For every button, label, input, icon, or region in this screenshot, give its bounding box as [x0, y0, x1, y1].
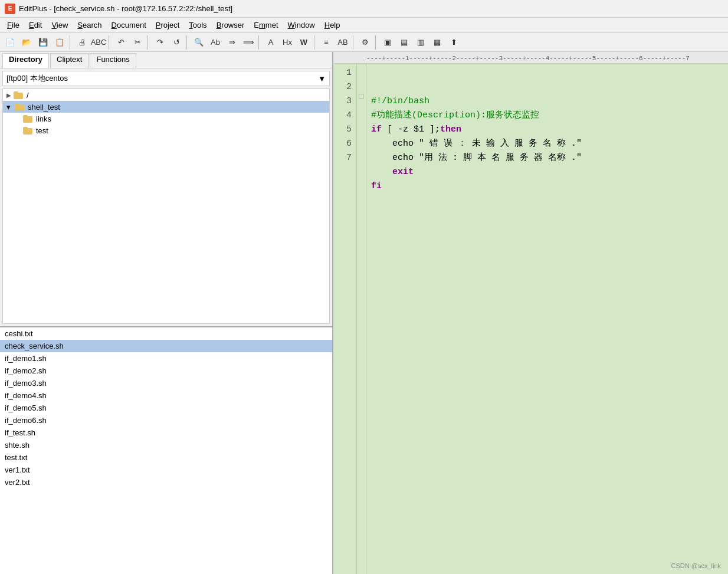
folder-icon — [15, 102, 25, 111]
file-list-panel[interactable]: ceshi.txtcheck_service.shif_demo1.shif_d… — [0, 326, 332, 574]
format-button[interactable]: AB — [335, 35, 350, 50]
open-button[interactable]: 📂 — [19, 35, 34, 50]
tree-item-label: shell_test — [28, 103, 60, 111]
sep6 — [314, 35, 316, 50]
file-list-item[interactable]: if_demo1.sh — [0, 352, 332, 365]
code-line: echo "用 法 : 脚 本 名 服 务 器 名称 ." — [371, 151, 723, 165]
window2-button[interactable]: ▤ — [396, 35, 412, 50]
fold-marker — [357, 127, 366, 140]
file-list-item[interactable]: if_demo6.sh — [0, 414, 332, 427]
settings-button[interactable]: ⚙ — [358, 35, 373, 50]
tree-item-test[interactable]: test — [3, 124, 329, 136]
line-number: 5 — [336, 123, 352, 137]
menu-search[interactable]: Search — [73, 19, 106, 31]
font-button[interactable]: A — [263, 35, 278, 50]
tree-item-shell-test[interactable]: ▾ shell_test — [3, 101, 329, 113]
tab-directory[interactable]: Directory — [2, 53, 49, 68]
window4-button[interactable]: ▦ — [429, 35, 445, 50]
file-list-item[interactable]: if_demo4.sh — [0, 389, 332, 402]
directory-dropdown[interactable]: [ftp00] 本地centos ▼ — [2, 71, 330, 86]
redo-button[interactable]: ↶ — [113, 35, 129, 50]
window3-button[interactable]: ▥ — [413, 35, 428, 50]
file-tree[interactable]: ▶ / ▾ shell_test links test — [2, 88, 330, 324]
tree-item-root[interactable]: ▶ / — [3, 89, 329, 101]
app-icon: E — [5, 4, 15, 14]
ruler-content: ----+-----1-----+-----2-----+-----3-----… — [366, 55, 690, 62]
fold-marker — [357, 103, 366, 115]
tab-cliptext[interactable]: Cliptext — [50, 53, 88, 68]
undo-button[interactable]: ↷ — [152, 35, 168, 50]
menu-tools[interactable]: Tools — [184, 19, 211, 31]
replace-button[interactable]: Ab — [208, 35, 223, 50]
menu-help[interactable]: Help — [320, 19, 345, 31]
tab-functions[interactable]: Functions — [90, 53, 136, 68]
redo2-button[interactable]: ↺ — [169, 35, 184, 50]
code-line: #!/bin/bash — [371, 94, 723, 109]
code-line: if [ -z $1 ];then — [371, 123, 723, 137]
fold-marker[interactable]: □ — [357, 91, 366, 103]
directory-label: [ftp00] 本地centos — [6, 73, 68, 84]
find-next-button[interactable]: ⇒ — [224, 35, 240, 50]
menu-project[interactable]: Project — [151, 19, 184, 31]
file-list-item[interactable]: if_demo5.sh — [0, 402, 332, 414]
file-list-item[interactable]: if_demo3.sh — [0, 377, 332, 389]
code-line: echo " 错 误 ： 未 输 入 服 务 名 称 ." — [371, 137, 723, 151]
editor-panel: ----+-----1-----+-----2-----+-----3-----… — [333, 52, 728, 574]
cut-button[interactable]: ✂ — [130, 35, 145, 50]
file-list-item[interactable]: check_service.sh — [0, 340, 332, 352]
spell-button[interactable]: ABC — [91, 35, 106, 50]
fold-column: □ — [357, 64, 366, 574]
code-line: exit — [371, 165, 723, 179]
file-list-item[interactable]: ceshi.txt — [0, 327, 332, 340]
code-area[interactable]: 1234567 □ #!/bin/bash#功能描述(Description):… — [333, 64, 728, 574]
code-line: fi — [371, 179, 723, 193]
font2-button[interactable]: Hx — [280, 35, 295, 50]
print-button[interactable]: 🖨 — [74, 35, 90, 50]
file-list-item[interactable]: shte.sh — [0, 439, 332, 451]
file-list-item[interactable]: if_demo2.sh — [0, 365, 332, 377]
menu-browser[interactable]: Browser — [212, 19, 250, 31]
menu-window[interactable]: Window — [283, 19, 320, 31]
watermark: CSDN @scx_link — [671, 562, 721, 569]
bold-button[interactable]: W — [296, 35, 311, 50]
find-button[interactable]: 🔍 — [191, 35, 206, 50]
sep1 — [70, 35, 72, 50]
toolbar: 📄 📂 💾 📋 🖨 ABC ↶ ✂ ↷ ↺ 🔍 Ab ⇒ ⟹ A Hx W ≡ … — [0, 33, 728, 52]
save-button[interactable]: 💾 — [35, 35, 51, 50]
align-button[interactable]: ≡ — [319, 35, 334, 50]
sep2 — [109, 35, 111, 50]
menu-view[interactable]: View — [47, 19, 73, 31]
fold-marker — [357, 78, 366, 91]
sep5 — [258, 35, 261, 50]
menu-file[interactable]: File — [2, 19, 24, 31]
folder-icon — [23, 114, 34, 123]
sep8 — [375, 35, 378, 50]
save-all-button[interactable]: 📋 — [52, 35, 67, 50]
replace-all-button[interactable]: ⟹ — [241, 35, 256, 50]
file-list-item[interactable]: if_test.sh — [0, 427, 332, 439]
file-list-item[interactable]: test.txt — [0, 451, 332, 464]
menu-bar: File Edit View Search Document Project T… — [0, 18, 728, 33]
ruler: ----+-----1-----+-----2-----+-----3-----… — [333, 52, 728, 64]
tree-item-links[interactable]: links — [3, 113, 329, 124]
main-layout: Directory Cliptext Functions [ftp00] 本地c… — [0, 52, 728, 574]
folder-icon — [23, 126, 34, 135]
cursor-button[interactable]: ⬆ — [446, 35, 461, 50]
folder-icon — [14, 90, 24, 100]
menu-emmet[interactable]: Emmet — [249, 19, 283, 31]
line-number: 7 — [336, 151, 352, 165]
new-button[interactable]: 📄 — [2, 35, 18, 50]
sep4 — [186, 35, 189, 50]
menu-edit[interactable]: Edit — [24, 19, 47, 31]
code-lines[interactable]: #!/bin/bash#功能描述(Description):服务状态监控if [… — [366, 64, 728, 574]
line-number: 1 — [336, 66, 352, 80]
file-list-item[interactable]: ver2.txt — [0, 476, 332, 488]
window1-button[interactable]: ▣ — [380, 35, 395, 50]
menu-document[interactable]: Document — [107, 19, 151, 31]
fold-marker — [357, 140, 366, 152]
chevron-down-icon: ▾ — [6, 103, 15, 111]
fold-marker — [357, 115, 366, 127]
file-list-item[interactable]: ver1.txt — [0, 464, 332, 476]
line-number: 6 — [336, 137, 352, 151]
line-number: 3 — [336, 94, 352, 109]
